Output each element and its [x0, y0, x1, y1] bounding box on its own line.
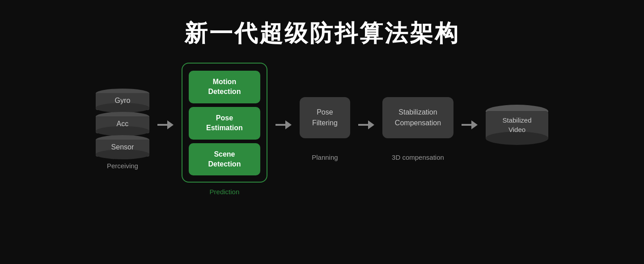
arrow-shape-2: [275, 119, 292, 131]
stabilized-video-section: Stabilized Video: [486, 105, 548, 145]
planning-section: Pose Filtering Planning: [300, 97, 350, 161]
perceiving-section: Gyro Acc Sensor Perceiving: [96, 89, 149, 170]
sensor-label: Sensor: [96, 143, 149, 151]
main-title: 新一代超级防抖算法架构: [184, 18, 460, 49]
diagram: Gyro Acc Sensor Perceiving Motion: [0, 63, 644, 196]
arrow-shape-3: [358, 119, 374, 131]
gyro-cylinder: Gyro: [96, 89, 149, 113]
prediction-label: Prediction: [210, 188, 240, 196]
prediction-section: Motion Detection Pose Estimation Scene D…: [182, 63, 267, 196]
scene-detection-btn: Scene Detection: [189, 143, 260, 176]
stabilized-video-cylinder: Stabilized Video: [486, 105, 548, 145]
planning-box: Pose Filtering: [300, 97, 350, 138]
arrow-1: [157, 119, 174, 131]
compensation-box: Stabilization Compensation: [382, 97, 453, 138]
acc-label: Acc: [96, 120, 149, 128]
acc-cylinder: Acc: [96, 112, 149, 136]
compensation-section: Stabilization Compensation 3D compensati…: [382, 97, 453, 161]
arrow-4: [462, 119, 478, 131]
arrow-2: [275, 119, 292, 131]
arrow-3: [358, 119, 374, 131]
compensation-label: 3D compensation: [392, 153, 444, 161]
gyro-label: Gyro: [96, 97, 149, 105]
planning-label: Planning: [312, 153, 338, 161]
arrow-shape-1: [157, 119, 174, 131]
sensor-cylinder: Sensor: [96, 135, 149, 159]
prediction-box: Motion Detection Pose Estimation Scene D…: [182, 63, 267, 183]
sensor-stack: Gyro Acc Sensor: [96, 89, 149, 156]
stabilized-video-label: Stabilized Video: [486, 115, 548, 134]
motion-detection-btn: Motion Detection: [189, 71, 260, 103]
arrow-shape-4: [462, 119, 478, 131]
perceiving-label: Perceiving: [107, 162, 138, 170]
pose-estimation-btn: Pose Estimation: [189, 107, 260, 140]
